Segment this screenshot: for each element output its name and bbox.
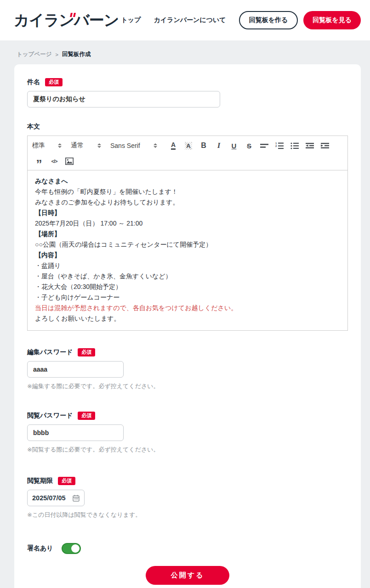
- text-color-icon[interactable]: A: [166, 140, 180, 152]
- rich-text-editor: 標準 通常 Sans Serif A A B: [27, 136, 348, 331]
- indent-icon[interactable]: [318, 140, 332, 152]
- deadline-date-input[interactable]: 2025/07/05: [27, 490, 85, 506]
- create-board-button[interactable]: 回覧板を作る: [239, 11, 298, 29]
- font-picker[interactable]: Sans Serif: [110, 142, 157, 149]
- editor-line: ・盆踊り: [35, 260, 340, 271]
- editor-line: ・屋台（やきそば、かき氷、金魚すくいなど）: [35, 271, 340, 282]
- subject-label: 件名: [27, 78, 40, 86]
- view-password-note: ※閲覧する際に必要です。必ず控えてください。: [27, 446, 348, 454]
- editor-line: 【内容】: [35, 250, 340, 260]
- edit-password-label: 編集パスワード: [27, 348, 73, 356]
- style-picker-value: 標準: [32, 141, 45, 150]
- align-icon[interactable]: [257, 140, 271, 152]
- toggle-knob: [71, 544, 80, 553]
- view-password-field: 閲覧パスワード 必須 ※閲覧する際に必要です。必ず控えてください。: [27, 412, 348, 454]
- editor-content[interactable]: みなさまへ今年も恒例の「町内夏祭り」を開催いたします！みなさまのご参加を心よりお…: [28, 170, 347, 330]
- editor-line: 【日時】: [35, 208, 340, 218]
- strikethrough-icon[interactable]: S: [242, 140, 256, 152]
- editor-line: よろしくお願いいたします。: [35, 313, 340, 324]
- deadline-date-value: 2025/07/05: [32, 494, 66, 502]
- edit-password-field: 編集パスワード 必須 ※編集する際に必要です。必ず控えてください。: [27, 348, 348, 390]
- svg-text:2: 2: [275, 145, 277, 147]
- required-badge: 必須: [58, 477, 75, 485]
- required-badge: 必須: [78, 348, 95, 356]
- updown-arrows-icon: [97, 143, 101, 148]
- nav-link-about[interactable]: カイランバーンについて: [154, 16, 226, 24]
- editor-line: 2025年7月20日（日） 17:00 ～ 21:00: [35, 218, 340, 229]
- font-picker-value: Sans Serif: [110, 142, 140, 149]
- updown-arrows-icon: [58, 143, 62, 148]
- body-label: 本文: [27, 123, 40, 130]
- edit-password-note: ※編集する際に必要です。必ず控えてください。: [27, 382, 348, 390]
- editor-line: みなさまへ: [35, 176, 340, 187]
- ordered-list-icon[interactable]: 12: [273, 140, 286, 152]
- editor-line: みなさまのご参加を心よりお待ちしております。: [35, 197, 340, 208]
- publish-button[interactable]: 公開する: [146, 566, 229, 585]
- updown-arrows-icon: [154, 143, 157, 148]
- view-board-button[interactable]: 回覧板を見る: [303, 11, 361, 29]
- calendar-icon: [73, 495, 80, 502]
- editor-toolbar: 標準 通常 Sans Serif A A B: [28, 136, 347, 170]
- main-area: トップページ > 回覧板作成 件名 必須 本文 標準: [0, 40, 370, 588]
- underline-icon[interactable]: U: [227, 140, 241, 152]
- subject-field: 件名 必須: [27, 78, 348, 107]
- header: カイランバーン トップ カイランバーンについて 回覧板を作る 回覧板を見る: [0, 0, 370, 40]
- size-picker-value: 通常: [71, 141, 84, 150]
- editor-line: 当日は混雑が予想されますので、各自お気をつけてお越しください。: [35, 303, 340, 313]
- bold-icon[interactable]: B: [197, 140, 211, 152]
- editor-line: ○○公園（雨天の場合はコミュニティセンターにて開催予定）: [35, 239, 340, 250]
- create-board-form-card: 件名 必須 本文 標準 通常: [14, 64, 361, 588]
- signature-toggle[interactable]: [62, 543, 81, 554]
- required-badge: 必須: [78, 412, 95, 420]
- blockquote-icon[interactable]: ”: [32, 155, 46, 167]
- signature-field: 署名あり: [27, 543, 348, 554]
- breadcrumb-current: 回覧板作成: [62, 51, 91, 58]
- editor-line: ・子ども向けゲームコーナー: [35, 292, 340, 303]
- deadline-label: 閲覧期限: [27, 477, 53, 485]
- view-password-input[interactable]: [27, 424, 124, 441]
- image-icon[interactable]: [63, 155, 76, 167]
- logo-red-dakuten-accent: [70, 13, 77, 17]
- editor-line: 今年も恒例の「町内夏祭り」を開催いたします！: [35, 187, 340, 197]
- required-badge: 必須: [45, 78, 63, 86]
- site-logo-text: カイランバーン: [14, 11, 119, 28]
- outdent-icon[interactable]: [303, 140, 317, 152]
- breadcrumb-separator: >: [55, 52, 58, 57]
- italic-icon[interactable]: I: [212, 140, 226, 152]
- site-logo[interactable]: カイランバーン: [14, 10, 119, 31]
- editor-line: ・花火大会（20:30開始予定）: [35, 282, 340, 292]
- style-picker[interactable]: 標準: [32, 141, 62, 150]
- breadcrumb-home-link[interactable]: トップページ: [17, 51, 51, 58]
- edit-password-input[interactable]: [27, 361, 124, 378]
- size-picker[interactable]: 通常: [71, 141, 101, 150]
- editor-line: 【場所】: [35, 229, 340, 239]
- breadcrumb: トップページ > 回覧板作成: [17, 51, 370, 58]
- code-block-icon[interactable]: </>: [47, 155, 61, 167]
- subject-input[interactable]: [27, 91, 220, 107]
- header-nav: トップ カイランバーンについて 回覧板を作る 回覧板を見る: [121, 11, 361, 29]
- deadline-note: ※この日付以降は閲覧できなくなります。: [27, 511, 348, 519]
- background-color-icon[interactable]: A: [182, 140, 195, 152]
- signature-label: 署名あり: [27, 544, 53, 553]
- bullet-list-icon[interactable]: [288, 140, 302, 152]
- nav-link-top[interactable]: トップ: [121, 16, 141, 24]
- view-password-label: 閲覧パスワード: [27, 412, 73, 420]
- deadline-field: 閲覧期限 必須 2025/07/05 ※この日付以降は閲覧できなくなります。: [27, 477, 348, 519]
- body-field: 本文 標準 通常 Sans Serif: [27, 122, 348, 331]
